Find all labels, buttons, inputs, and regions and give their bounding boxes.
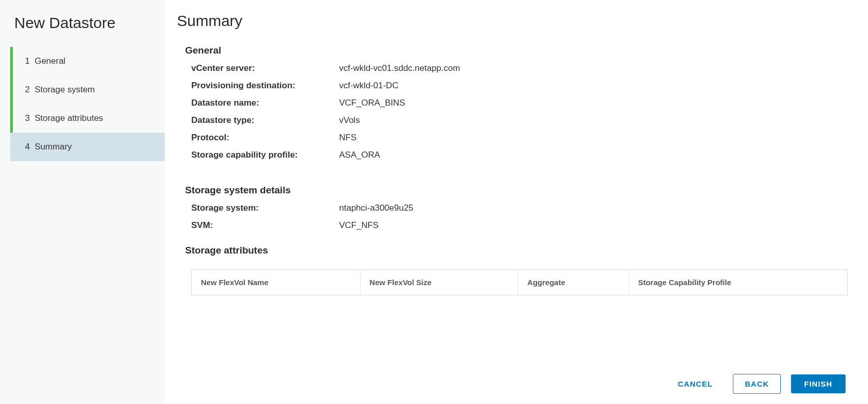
back-button[interactable]: BACK bbox=[733, 374, 780, 394]
step-label: Storage system bbox=[35, 85, 95, 94]
kv-row: Datastore type: vVols bbox=[191, 115, 848, 125]
section-title-general: General bbox=[177, 45, 848, 56]
kv-label-profile: Storage capability profile: bbox=[191, 150, 339, 160]
finish-button[interactable]: FINISH bbox=[791, 374, 846, 393]
kv-row: Provisioning destination: vcf-wkld-01-DC bbox=[191, 81, 848, 91]
wizard-footer: CANCEL BACK FINISH bbox=[177, 362, 848, 404]
step-storage-attributes[interactable]: 3 Storage attributes bbox=[10, 104, 165, 133]
kv-value-svm: VCF_NFS bbox=[339, 220, 378, 231]
kv-row: vCenter server: vcf-wkld-vc01.sddc.netap… bbox=[191, 63, 848, 73]
kv-value-datastore-name: VCF_ORA_BINS bbox=[339, 98, 405, 108]
kv-row: Storage capability profile: ASA_ORA bbox=[191, 150, 848, 160]
kv-value-storage-system: ntaphci-a300e9u25 bbox=[339, 203, 414, 213]
section-title-storage-system: Storage system details bbox=[177, 185, 848, 196]
kv-label-protocol: Protocol: bbox=[191, 133, 339, 143]
cancel-button[interactable]: CANCEL bbox=[668, 374, 723, 393]
wizard-title: New Datastore bbox=[0, 14, 165, 47]
kv-label-storage-system: Storage system: bbox=[191, 203, 339, 213]
kv-value-protocol: NFS bbox=[339, 133, 356, 143]
step-list: 1 General 2 Storage system 3 Storage att… bbox=[0, 47, 165, 161]
section-title-storage-attributes: Storage attributes bbox=[177, 245, 848, 256]
kv-label-destination: Provisioning destination: bbox=[191, 81, 339, 91]
kv-row: SVM: VCF_NFS bbox=[191, 220, 848, 231]
storage-attributes-table: New FlexVol Name New FlexVol Size Aggreg… bbox=[191, 269, 848, 295]
storage-attributes-table-wrapper: New FlexVol Name New FlexVol Size Aggreg… bbox=[177, 269, 848, 295]
step-label: Summary bbox=[35, 142, 72, 152]
kv-row: Storage system: ntaphci-a300e9u25 bbox=[191, 203, 848, 213]
kv-value-vcenter: vcf-wkld-vc01.sddc.netapp.com bbox=[339, 63, 460, 73]
step-summary[interactable]: 4 Summary bbox=[10, 133, 165, 161]
kv-row: Protocol: NFS bbox=[191, 133, 848, 143]
kv-label-datastore-name: Datastore name: bbox=[191, 98, 339, 108]
step-storage-system[interactable]: 2 Storage system bbox=[10, 75, 165, 104]
kv-row: Datastore name: VCF_ORA_BINS bbox=[191, 98, 848, 108]
table-header-row: New FlexVol Name New FlexVol Size Aggreg… bbox=[192, 270, 848, 295]
kv-value-profile: ASA_ORA bbox=[339, 150, 380, 160]
storage-system-list: Storage system: ntaphci-a300e9u25 SVM: V… bbox=[177, 203, 848, 231]
col-aggregate: Aggregate bbox=[518, 270, 629, 295]
page-title: Summary bbox=[177, 12, 848, 30]
step-number: 3 bbox=[25, 113, 30, 123]
kv-label-datastore-type: Datastore type: bbox=[191, 115, 339, 125]
col-flexvol-size: New FlexVol Size bbox=[360, 270, 518, 295]
general-list: vCenter server: vcf-wkld-vc01.sddc.netap… bbox=[177, 63, 848, 160]
kv-label-svm: SVM: bbox=[191, 220, 339, 231]
kv-label-vcenter: vCenter server: bbox=[191, 63, 339, 73]
step-number: 2 bbox=[25, 85, 30, 94]
col-flexvol-name: New FlexVol Name bbox=[192, 270, 361, 295]
step-number: 4 bbox=[25, 142, 30, 152]
kv-value-datastore-type: vVols bbox=[339, 115, 360, 125]
wizard-sidebar: New Datastore 1 General 2 Storage system… bbox=[0, 0, 165, 404]
step-general[interactable]: 1 General bbox=[10, 47, 165, 75]
col-storage-profile: Storage Capability Profile bbox=[629, 270, 848, 295]
main-content: Summary General vCenter server: vcf-wkld… bbox=[177, 12, 848, 362]
step-label: Storage attributes bbox=[35, 113, 103, 123]
kv-value-destination: vcf-wkld-01-DC bbox=[339, 81, 398, 91]
step-label: General bbox=[35, 56, 65, 66]
main-panel: Summary General vCenter server: vcf-wkld… bbox=[165, 0, 868, 404]
step-number: 1 bbox=[25, 56, 30, 66]
